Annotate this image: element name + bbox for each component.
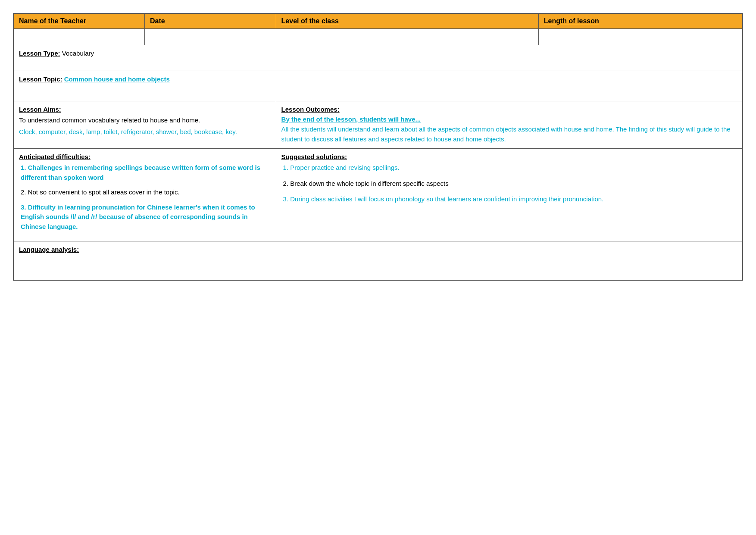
difficulties-header: Anticipated difficulties: bbox=[19, 153, 271, 160]
sol-text-2: Break down the whole topic in different … bbox=[290, 180, 448, 187]
sol-item-3: 3. During class activities I will focus … bbox=[281, 194, 737, 204]
outcomes-cell: Lesson Outcomes: By the end of the lesso… bbox=[276, 101, 743, 149]
lang-analysis-row: Language analysis: bbox=[13, 241, 743, 280]
solutions-header: Suggested solutions: bbox=[281, 153, 737, 160]
empty-date bbox=[145, 29, 276, 45]
solutions-cell: Suggested solutions: 1. Proper practice … bbox=[276, 149, 743, 241]
lang-analysis-cell: Language analysis: bbox=[13, 241, 743, 280]
sol-num-1: 1. bbox=[283, 164, 291, 171]
sol-item-1: 1. Proper practice and revising spelling… bbox=[281, 163, 737, 173]
lesson-plan-table: Name of the Teacher Date Level of the cl… bbox=[13, 13, 743, 281]
difficulties-list: 1. Challenges in remembering spellings b… bbox=[19, 163, 271, 232]
lesson-topic-row: Lesson Topic: Common house and home obje… bbox=[13, 71, 743, 101]
lesson-type-label: Lesson Type: bbox=[19, 50, 60, 57]
sol-num-3: 3. bbox=[283, 195, 291, 203]
aims-header: Lesson Aims: bbox=[19, 106, 271, 113]
header-date: Date bbox=[145, 13, 276, 29]
diff-text-1: Challenges in remembering spellings beca… bbox=[21, 164, 260, 181]
diff-num-3: 3. bbox=[21, 203, 28, 211]
header-row: Name of the Teacher Date Level of the cl… bbox=[13, 13, 743, 29]
aims-line2: Clock, computer, desk, lamp, toilet, ref… bbox=[19, 127, 271, 137]
diff-num-1: 1. bbox=[21, 164, 28, 171]
aims-outcomes-row: Lesson Aims: To understand common vocabu… bbox=[13, 101, 743, 149]
lesson-type-cell: Lesson Type: Vocabulary bbox=[13, 45, 743, 71]
lesson-topic-value: Common house and home objects bbox=[64, 75, 170, 83]
sol-text-1: Proper practice and revising spellings. bbox=[290, 164, 399, 171]
diff-num-2: 2. bbox=[21, 188, 28, 196]
empty-level bbox=[276, 29, 538, 45]
lesson-type-row: Lesson Type: Vocabulary bbox=[13, 45, 743, 71]
outcomes-text: All the students will understand and lea… bbox=[281, 125, 737, 144]
empty-length bbox=[538, 29, 743, 45]
empty-row-1 bbox=[13, 29, 743, 45]
diff-item-3: 3. Difficulty in learning pronunciation … bbox=[19, 203, 271, 232]
lesson-topic-cell: Lesson Topic: Common house and home obje… bbox=[13, 71, 743, 101]
lesson-type-value: Vocabulary bbox=[62, 50, 94, 57]
aims-cell: Lesson Aims: To understand common vocabu… bbox=[13, 101, 276, 149]
header-level: Level of the class bbox=[276, 13, 538, 29]
lesson-topic-label: Lesson Topic: bbox=[19, 75, 62, 83]
difficulties-cell: Anticipated difficulties: 1. Challenges … bbox=[13, 149, 276, 241]
header-length: Length of lesson bbox=[538, 13, 743, 29]
diff-item-1: 1. Challenges in remembering spellings b… bbox=[19, 163, 271, 182]
header-teacher: Name of the Teacher bbox=[13, 13, 145, 29]
solutions-list: 1. Proper practice and revising spelling… bbox=[281, 163, 737, 204]
aims-line1: To understand common vocabulary related … bbox=[19, 116, 271, 125]
sol-item-2: 2. Break down the whole topic in differe… bbox=[281, 179, 737, 189]
diff-text-2: Not so convenient to spot all areas cove… bbox=[28, 188, 180, 196]
diff-text-3: Difficulty in learning pronunciation for… bbox=[21, 203, 255, 230]
lang-analysis-header: Language analysis: bbox=[19, 246, 79, 253]
empty-teacher bbox=[13, 29, 145, 45]
difficulties-solutions-row: Anticipated difficulties: 1. Challenges … bbox=[13, 149, 743, 241]
diff-item-2: 2. Not so convenient to spot all areas c… bbox=[19, 188, 271, 197]
outcomes-header: Lesson Outcomes: bbox=[281, 106, 737, 113]
outcomes-subheader: By the end of the lesson, students will … bbox=[281, 116, 737, 123]
sol-num-2: 2. bbox=[283, 180, 291, 187]
sol-text-3: During class activities I will focus on … bbox=[290, 195, 603, 203]
